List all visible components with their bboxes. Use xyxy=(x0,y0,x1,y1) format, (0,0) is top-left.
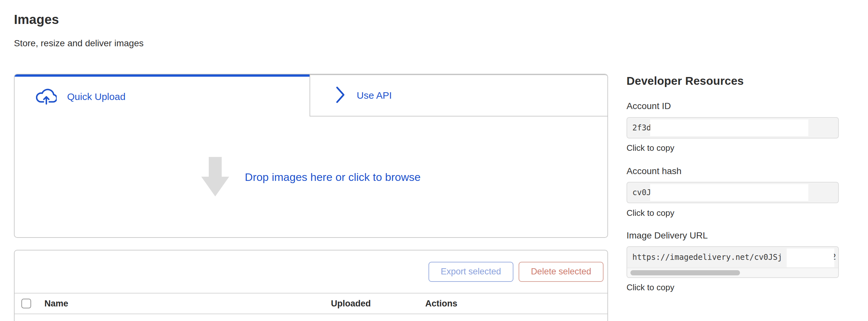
developer-resources-panel: Developer Resources Account ID 2f3d Clic… xyxy=(626,0,839,321)
select-all-checkbox[interactable] xyxy=(21,299,31,308)
account-hash-value: cv0J xyxy=(632,188,651,197)
tab-quick-upload-label: Quick Upload xyxy=(67,91,125,102)
column-header-uploaded: Uploaded xyxy=(331,299,371,309)
image-delivery-url-field[interactable]: https://imagedelivery.net/cv0JSj 2 xyxy=(626,246,839,278)
page-title: Images xyxy=(14,12,59,27)
main-content: Images Store, resize and deliver images … xyxy=(14,0,608,321)
upload-tabs: Quick Upload Use API xyxy=(14,74,608,116)
redaction-overlay xyxy=(787,249,834,267)
column-header-name: Name xyxy=(44,299,68,309)
redaction-overlay xyxy=(650,184,808,201)
horizontal-scrollbar[interactable] xyxy=(627,268,838,277)
account-id-field[interactable]: 2f3d xyxy=(626,117,839,139)
table-header-row: Name Uploaded Actions xyxy=(14,293,608,314)
arrow-down-icon xyxy=(201,157,229,198)
cloud-upload-icon xyxy=(36,87,57,106)
redaction-overlay xyxy=(650,119,808,136)
account-hash-field[interactable]: cv0J xyxy=(626,182,839,203)
chevron-right-icon xyxy=(334,85,346,106)
image-delivery-url-copy-hint: Click to copy xyxy=(626,283,674,292)
account-hash-label: Account hash xyxy=(626,166,682,176)
developer-resources-title: Developer Resources xyxy=(626,74,744,87)
tab-quick-upload[interactable]: Quick Upload xyxy=(14,74,310,116)
image-list-card: Export selected Delete selected Name Upl… xyxy=(14,250,608,321)
tab-use-api-label: Use API xyxy=(357,90,392,101)
upload-card: Quick Upload Use API Drop images here or… xyxy=(14,74,608,238)
delete-selected-button[interactable]: Delete selected xyxy=(519,262,603,282)
account-id-value: 2f3d xyxy=(632,123,651,132)
export-selected-button[interactable]: Export selected xyxy=(429,262,514,282)
clipped-character: 2 xyxy=(834,252,837,263)
account-hash-copy-hint: Click to copy xyxy=(626,208,674,218)
image-delivery-url-value: https://imagedelivery.net/cv0JSj xyxy=(632,253,782,262)
account-id-copy-hint: Click to copy xyxy=(626,143,674,153)
image-delivery-url-label: Image Delivery URL xyxy=(626,230,708,241)
list-toolbar: Export selected Delete selected xyxy=(14,250,608,293)
dropzone-text: Drop images here or click to browse xyxy=(245,171,421,183)
column-header-actions: Actions xyxy=(425,299,457,309)
account-id-label: Account ID xyxy=(626,101,671,111)
page-subtitle: Store, resize and deliver images xyxy=(14,38,144,48)
horizontal-scrollbar-thumb[interactable] xyxy=(630,270,740,275)
image-dropzone[interactable]: Drop images here or click to browse xyxy=(14,116,608,238)
tab-use-api[interactable]: Use API xyxy=(310,74,608,116)
